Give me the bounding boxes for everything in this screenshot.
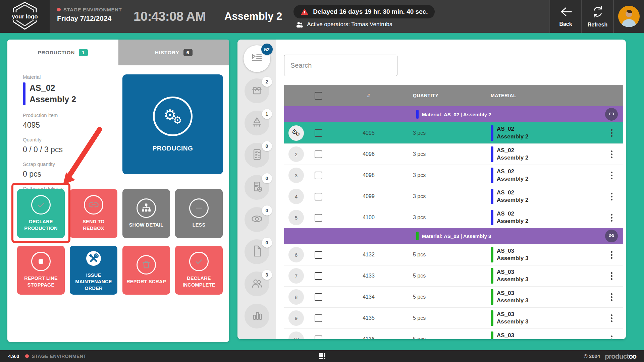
row-checkbox[interactable]	[315, 172, 322, 179]
rail-badge: 0	[262, 173, 272, 183]
quantity-label: Quantity	[23, 137, 120, 142]
tab-history[interactable]: HISTORY 6	[118, 40, 229, 65]
row-menu-button[interactable]	[609, 212, 614, 224]
avatar[interactable]	[618, 6, 640, 27]
action-label: SEND TO REDBOX	[72, 219, 115, 232]
operators-icon	[296, 21, 304, 28]
app-version: 4.9.0	[8, 353, 19, 359]
rail-item-team[interactable]: 3	[245, 272, 269, 296]
group-color-bar	[416, 110, 419, 119]
send-to-redbox-button[interactable]: SEND TO REDBOX	[70, 189, 117, 238]
work-item-row[interactable]: 8 4134 5 pcs AS_03Assembly 3	[284, 286, 623, 307]
work-item-row[interactable]: 7 4133 5 pcs AS_03Assembly 3	[284, 265, 623, 286]
rail-item-line-stoppage[interactable]: 1	[245, 111, 269, 135]
tab-production[interactable]: PRODUCTION 1	[7, 40, 118, 65]
group-link-button[interactable]	[605, 108, 618, 121]
work-item-row[interactable]: 5 4100 3 pcs AS_02Assembly 2	[284, 207, 623, 228]
rail-item-queue[interactable]: 52	[245, 46, 269, 71]
gears-icon: ⚙⚙	[153, 97, 193, 136]
row-menu-button[interactable]	[609, 249, 614, 261]
row-menu-button[interactable]	[609, 291, 614, 303]
production-item-label: Production item	[23, 112, 120, 118]
material-group-row[interactable]: Material: AS_02 | Assembly 2	[284, 106, 623, 122]
back-button[interactable]: Back	[549, 0, 581, 33]
row-checkbox[interactable]	[315, 150, 322, 158]
tab-history-label: HISTORY	[155, 50, 179, 55]
row-checkbox[interactable]	[315, 129, 322, 137]
refresh-icon	[591, 5, 604, 18]
rail-item-document-hand[interactable]: 0	[245, 175, 269, 200]
group-link-button[interactable]	[605, 230, 618, 242]
report-line-stoppage-button[interactable]: REPORT LINE STOPPAGE	[17, 246, 65, 295]
column-header-id: #	[328, 93, 409, 98]
producing-status-tile[interactable]: ⚙⚙ PRODUCING	[122, 74, 223, 174]
report-scrap-button[interactable]: REPORT SCRAP	[122, 246, 170, 295]
row-menu-button[interactable]	[609, 127, 614, 139]
row-checkbox[interactable]	[315, 293, 322, 301]
issue-maintenance-order-button[interactable]: ISSUE MAINTENANCE ORDER	[70, 246, 117, 295]
work-item-row[interactable]: 2 4096 3 pcs AS_02Assembly 2	[284, 143, 623, 165]
row-material: AS_02Assembly 2	[497, 210, 529, 225]
row-checkbox[interactable]	[315, 193, 322, 200]
row-material: AS_02Assembly 2	[497, 189, 529, 204]
apps-grid-icon[interactable]	[319, 353, 325, 359]
work-item-row[interactable]: 10 4136 5 pcs AS_03Assembly 3	[284, 328, 623, 339]
row-menu-button[interactable]	[609, 170, 614, 181]
quantity-value: 0 / 0 / 3 pcs	[23, 145, 120, 154]
declare-production-button[interactable]: DECLARE PRODUCTION	[17, 189, 65, 238]
rail-badge: 2	[262, 77, 272, 87]
row-id: 4098	[363, 172, 375, 178]
row-id: 4100	[363, 215, 375, 220]
team-icon	[250, 276, 264, 292]
row-checkbox[interactable]	[315, 314, 322, 322]
rail-item-box[interactable]: 2	[245, 78, 269, 103]
active-operators: Active operators: Tomas Ventruba	[293, 21, 434, 28]
declare-incomplete-button[interactable]: DECLARE INCOMPLETE	[175, 246, 223, 295]
work-item-row[interactable]: 3 4098 3 pcs AS_02Assembly 2	[284, 165, 623, 186]
row-checkbox[interactable]	[315, 214, 322, 222]
user-avatar-block[interactable]	[613, 0, 644, 33]
row-checkbox[interactable]	[315, 336, 322, 340]
work-item-row[interactable]: ⚙⚙ 4095 3 pcs AS_02Assembly 2	[284, 122, 623, 143]
row-quantity: 5 pcs	[413, 273, 426, 279]
avatar-image	[618, 6, 640, 27]
refresh-button[interactable]: Refresh	[581, 0, 613, 33]
back-label: Back	[559, 21, 572, 27]
action-label: REPORT SCRAP	[126, 279, 166, 285]
rail-item-checklist[interactable]: 0	[245, 143, 269, 168]
search-input[interactable]	[284, 55, 397, 76]
status-block: Delayed 16 days 19 hr. 30 min. 40 sec. A…	[293, 0, 434, 33]
eye-icon	[250, 212, 264, 228]
rail-item-bar-chart[interactable]	[245, 304, 269, 328]
row-material-bar	[491, 146, 493, 162]
work-item-row[interactable]: 9 4135 5 pcs AS_03Assembly 3	[284, 307, 623, 328]
work-queue-panel: 522100003 # QUANTITY MATERIAL Material: …	[237, 40, 626, 339]
row-menu-button[interactable]	[609, 148, 614, 160]
row-number: 8	[288, 289, 304, 305]
material-label: Material	[23, 74, 120, 80]
row-menu-button[interactable]	[609, 270, 614, 282]
row-menu-button[interactable]	[609, 191, 614, 202]
rail-badge: 0	[262, 238, 272, 248]
rail-item-eye[interactable]: 0	[245, 207, 269, 232]
row-material-bar	[491, 247, 493, 262]
work-item-row[interactable]: 4 4099 3 pcs AS_02Assembly 2	[284, 186, 623, 207]
app-header: your logo STAGE ENVIRONMENT Friday 7/12/…	[0, 0, 644, 33]
check-circle-icon	[189, 252, 209, 271]
rail-item-file[interactable]: 0	[245, 239, 269, 264]
logo-text: your logo	[12, 13, 38, 20]
show-detail-button[interactable]: SHOW DETAIL	[122, 189, 170, 238]
group-label: Material: AS_03 | Assembly 3	[422, 233, 491, 239]
row-checkbox[interactable]	[315, 251, 322, 259]
row-menu-button[interactable]	[609, 312, 614, 324]
material-group-row[interactable]: Material: AS_03 | Assembly 3	[284, 228, 623, 244]
row-number: 10	[288, 331, 304, 339]
sitemap-circle-icon	[137, 198, 156, 218]
row-checkbox[interactable]	[315, 272, 322, 280]
less-button[interactable]: LESS	[175, 189, 223, 238]
select-all-checkbox[interactable]	[315, 92, 322, 100]
work-item-row[interactable]: 6 4132 5 pcs AS_03Assembly 3	[284, 244, 623, 265]
row-material: AS_03Assembly 3	[497, 290, 529, 304]
action-label: DECLARE INCOMPLETE	[178, 275, 220, 288]
row-menu-button[interactable]	[609, 334, 614, 340]
